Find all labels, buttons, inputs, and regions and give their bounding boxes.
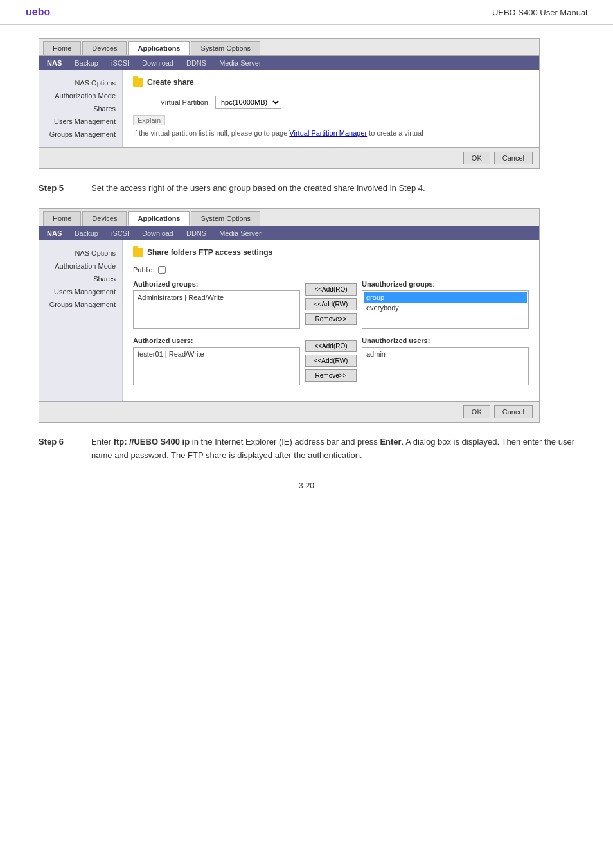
tab-devices-2[interactable]: Devices — [82, 211, 127, 226]
virtual-partition-manager-link[interactable]: Virtual Partition Manager — [289, 129, 367, 137]
groups-access-grid: Authorized groups: Administrators | Read… — [133, 280, 529, 329]
groups-buttons-col: <<Add(RO) <<Add(RW) Remove>> — [305, 280, 357, 329]
enter-bold: Enter — [380, 437, 401, 447]
unauthorized-users-label: Unauthorized users: — [362, 337, 529, 344]
authorized-users-list[interactable]: tester01 | Read/Write — [133, 347, 300, 385]
authorized-users-label: Authorized users: — [133, 337, 300, 344]
panel2-cancel-button[interactable]: Cancel — [494, 405, 533, 418]
explain-box: Explain If the virtual partition list is… — [133, 115, 529, 139]
unauthorized-groups-col: Unauthorized groups: group everybody — [362, 280, 529, 329]
panel1-sidebar: NAS Options Authorization Mode Shares Us… — [39, 70, 123, 147]
panel2-bottom: OK Cancel — [39, 401, 539, 422]
tab-home-2[interactable]: Home — [43, 211, 81, 226]
authorized-users-col: Authorized users: tester01 | Read/Write — [133, 337, 300, 385]
page-header: uebo UEBO S400 User Manual — [0, 0, 613, 25]
ftp-bold: ftp: //UEBO S400 ip — [114, 437, 190, 447]
tab-devices-1[interactable]: Devices — [82, 41, 127, 55]
manual-title: UEBO S400 User Manual — [492, 8, 587, 17]
panel2-sub-nav: NAS Backup iSCSI Download DDNS Media Ser… — [39, 226, 539, 240]
sub-nav-backup-1[interactable]: Backup — [72, 58, 101, 68]
sub-nav-nas-2[interactable]: NAS — [44, 228, 64, 238]
public-row: Public: — [133, 266, 529, 274]
authorized-groups-col: Authorized groups: Administrators | Read… — [133, 280, 300, 329]
sidebar-users-mgmt-1[interactable]: Users Management — [39, 115, 122, 128]
sidebar-users-mgmt-2[interactable]: Users Management — [39, 285, 122, 298]
panel2-sidebar: NAS Options Authorization Mode Shares Us… — [39, 240, 123, 401]
unauthorized-users-list[interactable]: admin — [362, 347, 529, 385]
sidebar-shares-2[interactable]: Shares — [39, 272, 122, 285]
panel1-body: NAS Options Authorization Mode Shares Us… — [39, 70, 539, 147]
unauthorized-groups-item-0[interactable]: group — [364, 292, 527, 303]
panel1: Home Devices Applications System Options… — [39, 38, 540, 169]
panel1-ok-button[interactable]: OK — [463, 152, 490, 164]
sidebar-groups-mgmt-1[interactable]: Groups Management — [39, 128, 122, 141]
virtual-partition-row: Virtual Partition: hpc(10000MB) — [133, 96, 529, 109]
panel1-section-title: Create share — [133, 78, 529, 87]
authorized-groups-list[interactable]: Administrators | Read/Write — [133, 290, 300, 329]
explain-label: Explain — [133, 115, 165, 125]
groups-remove-button[interactable]: Remove>> — [305, 313, 357, 325]
users-remove-button[interactable]: Remove>> — [305, 369, 357, 382]
public-checkbox[interactable] — [158, 266, 166, 274]
panel1-cancel-button[interactable]: Cancel — [494, 152, 533, 164]
sub-nav-iscsi-1[interactable]: iSCSI — [109, 58, 132, 68]
sidebar-nas-options-2[interactable]: NAS Options — [39, 247, 122, 260]
public-label: Public: — [133, 266, 154, 274]
explain-text: If the virtual partition list is null, p… — [133, 128, 529, 139]
step6-text: Enter ftp: //UEBO S400 ip in the Interne… — [91, 436, 574, 463]
sidebar-nas-options-1[interactable]: NAS Options — [39, 76, 122, 89]
tab-home-1[interactable]: Home — [43, 41, 81, 55]
tab-applications-1[interactable]: Applications — [128, 41, 190, 55]
folder-icon-2 — [133, 248, 143, 257]
panel2-main: Share folders FTP access settings Public… — [123, 240, 539, 401]
unauthorized-groups-label: Unauthorized groups: — [362, 280, 529, 288]
step6-label: Step 6 — [39, 436, 84, 463]
authorized-groups-item-0[interactable]: Administrators | Read/Write — [135, 292, 298, 303]
users-buttons-col: <<Add(RO) <<Add(RW) Remove>> — [305, 337, 357, 385]
unauthorized-groups-list[interactable]: group everybody — [362, 290, 529, 329]
sub-nav-download-2[interactable]: Download — [139, 228, 176, 238]
authorized-groups-label: Authorized groups: — [133, 280, 300, 288]
panel2-ok-button[interactable]: OK — [463, 405, 490, 418]
sub-nav-media-1[interactable]: Media Server — [217, 58, 263, 68]
groups-add-rw-button[interactable]: <<Add(RW) — [305, 298, 357, 310]
sub-nav-ddns-2[interactable]: DDNS — [184, 228, 209, 238]
unauthorized-groups-item-1[interactable]: everybody — [364, 303, 527, 313]
step5-instruction: Step 5 Set the access right of the users… — [39, 182, 574, 195]
tab-applications-2[interactable]: Applications — [128, 211, 190, 226]
tab-system-options-2[interactable]: System Options — [191, 211, 260, 226]
users-add-ro-button[interactable]: <<Add(RO) — [305, 340, 357, 352]
sub-nav-download-1[interactable]: Download — [139, 58, 176, 68]
sub-nav-backup-2[interactable]: Backup — [72, 228, 101, 238]
sub-nav-nas-1[interactable]: NAS — [44, 58, 64, 68]
panel2-nav-bar: Home Devices Applications System Options — [39, 209, 539, 226]
sub-nav-media-2[interactable]: Media Server — [217, 228, 263, 238]
panel2-title-text: Share folders FTP access settings — [147, 248, 272, 257]
sub-nav-ddns-1[interactable]: DDNS — [184, 58, 209, 68]
step5-label: Step 5 — [39, 182, 84, 195]
virtual-partition-select[interactable]: hpc(10000MB) — [215, 96, 281, 109]
sidebar-groups-mgmt-2[interactable]: Groups Management — [39, 298, 122, 311]
authorized-users-item-0[interactable]: tester01 | Read/Write — [135, 349, 298, 359]
sub-nav-iscsi-2[interactable]: iSCSI — [109, 228, 132, 238]
panel1-title-text: Create share — [147, 78, 194, 87]
step6-instruction: Step 6 Enter ftp: //UEBO S400 ip in the … — [39, 436, 574, 463]
folder-icon-1 — [133, 78, 143, 87]
panel1-sub-nav: NAS Backup iSCSI Download DDNS Media Ser… — [39, 56, 539, 70]
panel1-bottom: OK Cancel — [39, 147, 539, 168]
panel1-nav-bar: Home Devices Applications System Options — [39, 39, 539, 56]
users-access-grid: Authorized users: tester01 | Read/Write … — [133, 337, 529, 385]
brand-logo: uebo — [26, 6, 50, 18]
unauthorized-users-col: Unauthorized users: admin — [362, 337, 529, 385]
users-add-rw-button[interactable]: <<Add(RW) — [305, 355, 357, 367]
sidebar-auth-mode-2[interactable]: Authorization Mode — [39, 260, 122, 272]
sidebar-shares-1[interactable]: Shares — [39, 102, 122, 115]
tab-system-options-1[interactable]: System Options — [191, 41, 260, 55]
unauthorized-users-item-0[interactable]: admin — [364, 349, 527, 359]
groups-add-ro-button[interactable]: <<Add(RO) — [305, 283, 357, 296]
panel2-section-title: Share folders FTP access settings — [133, 248, 529, 257]
sidebar-auth-mode-1[interactable]: Authorization Mode — [39, 89, 122, 102]
virtual-partition-label: Virtual Partition: — [133, 98, 210, 106]
panel2: Home Devices Applications System Options… — [39, 208, 540, 423]
panel2-body: NAS Options Authorization Mode Shares Us… — [39, 240, 539, 401]
